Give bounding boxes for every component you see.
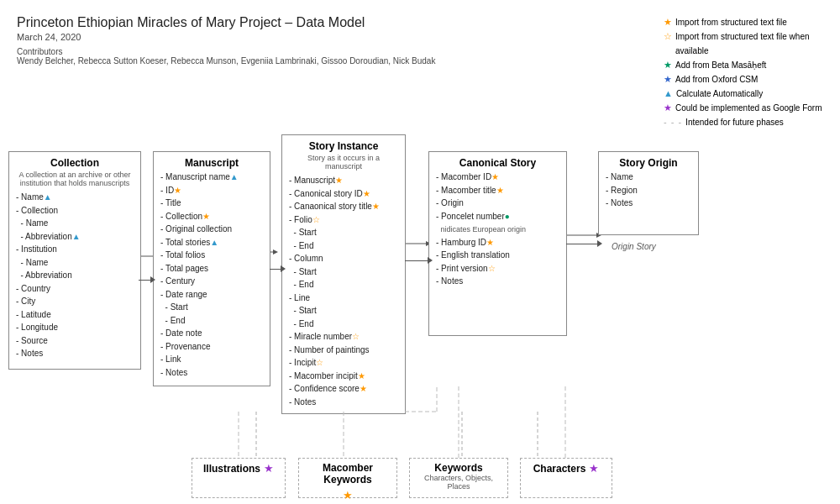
legend-item-4: ★ Add from Oxford CSM [664, 72, 832, 87]
arrowhead-si-cs [428, 257, 433, 264]
illustrations-box: Illustrations ★ [192, 458, 286, 498]
legend-item-1: ★ Import from structured text file [664, 15, 832, 29]
macomber-keywords-title: Macomber Keywords [306, 462, 390, 486]
legend-item-5: ▲ Calculate Automatically [664, 87, 832, 101]
arrowhead-ms-si [281, 265, 286, 272]
keywords-subtitle: Characters, Objects, Places [417, 474, 501, 491]
macomber-keywords-icon: ★ [343, 489, 353, 501]
macomber-keywords-box: Macomber Keywords ★ [298, 458, 397, 498]
oxford-csm-icon: ★ [664, 72, 672, 87]
characters-box: Characters ★ [520, 458, 612, 498]
characters-icon: ★ [589, 462, 599, 475]
story-instance-subtitle: Story as it occurs in a manuscript [289, 154, 398, 171]
diagram: Collection A collection at an archive or… [8, 126, 832, 496]
canonical-story-title: Canonical Story [436, 157, 559, 169]
google-form-icon: ★ [664, 101, 672, 115]
story-origin-box: Story Origin - Name - Region - Notes [598, 151, 699, 235]
story-instance-box: Story Instance Story as it occurs in a m… [281, 134, 406, 414]
story-origin-title: Story Origin [606, 157, 691, 169]
canonical-story-fields: - Macomber ID★ - Macomber title★ - Origi… [436, 171, 559, 288]
legend-text-2: Import from structured text file when av… [675, 29, 832, 58]
legend-text-4: Add from Oxford CSM [675, 72, 758, 87]
legend-item-2: ☆ Import from structured text file when … [664, 29, 832, 58]
legend-text-5: Calculate Automatically [676, 87, 763, 101]
collection-fields: - Name▲ - Collection - Name - Abbreviati… [16, 191, 134, 360]
illustrations-icon: ★ [264, 462, 274, 475]
page: Princeton Ethiopian Miracles of Mary Pro… [0, 0, 840, 504]
canonical-story-box: Canonical Story - Macomber ID★ - Macombe… [428, 151, 567, 336]
import-filled-icon: ★ [664, 15, 672, 29]
legend-text-3: Add from Beta Masāḥeft [675, 58, 766, 72]
arrowhead-cs-so [597, 240, 602, 247]
story-instance-fields: - Manuscript★ - Canonical story ID★ - Ca… [289, 174, 398, 408]
characters-title: Characters [533, 463, 586, 475]
collection-box: Collection A collection at an archive or… [8, 151, 141, 370]
legend: ★ Import from structured text file ☆ Imp… [664, 15, 832, 129]
legend-text-1: Import from structured text file [675, 15, 787, 29]
collection-title: Collection [16, 157, 134, 169]
illustrations-title: Illustrations [203, 463, 260, 475]
arrow-si-cs [405, 260, 430, 261]
story-origin-fields: - Name - Region - Notes [606, 171, 691, 210]
story-instance-title: Story Instance [289, 140, 398, 152]
legend-item-3: ★ Add from Beta Masāḥeft [664, 58, 832, 72]
keywords-title: Keywords [434, 462, 482, 474]
import-outline-icon: ☆ [664, 29, 672, 44]
collection-subtitle: A collection at an archive or other inst… [16, 171, 134, 187]
manuscript-fields: - Manuscript name▲ - ID★ - Title - Colle… [160, 171, 263, 379]
calculate-auto-icon: ▲ [664, 87, 673, 101]
legend-text-6: Could be implemented as Google Form [675, 101, 822, 115]
legend-item-6: ★ Could be implemented as Google Form [664, 101, 832, 115]
arrow-cs-so [566, 244, 600, 244]
beta-masaheft-icon: ★ [664, 58, 672, 72]
arrowhead-coll-ms [150, 276, 155, 283]
manuscript-title: Manuscript [160, 157, 263, 169]
manuscript-box: Manuscript - Manuscript name▲ - ID★ - Ti… [153, 151, 270, 386]
keywords-box: Keywords Characters, Objects, Places [409, 458, 508, 498]
origin-story-label: Origin Story [612, 242, 656, 251]
